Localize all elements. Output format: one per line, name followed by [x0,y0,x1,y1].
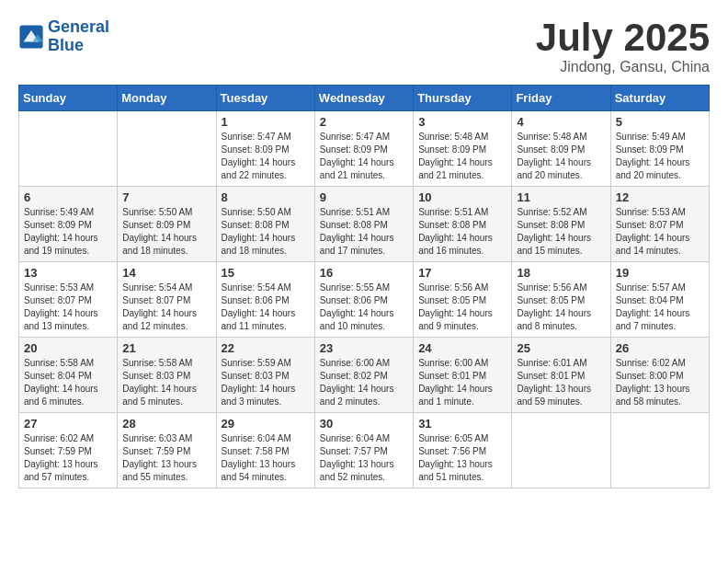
day-number: 3 [418,115,506,129]
calendar-cell: 9Sunrise: 5:51 AM Sunset: 8:08 PM Daylig… [314,187,413,262]
day-number: 19 [616,266,704,280]
day-info: Sunrise: 5:51 AM Sunset: 8:08 PM Dayligh… [320,206,408,258]
day-number: 1 [222,115,310,129]
day-number: 6 [24,190,112,204]
day-number: 25 [517,341,605,355]
day-number: 15 [222,266,310,280]
day-number: 17 [418,266,506,280]
day-number: 24 [418,341,506,355]
day-info: Sunrise: 5:55 AM Sunset: 8:06 PM Dayligh… [320,282,408,333]
day-number: 14 [122,266,210,280]
calendar-cell: 17Sunrise: 5:56 AM Sunset: 8:05 PM Dayli… [414,262,512,338]
day-info: Sunrise: 5:48 AM Sunset: 8:09 PM Dayligh… [418,131,506,182]
calendar-cell: 23Sunrise: 6:00 AM Sunset: 8:02 PM Dayli… [314,338,413,413]
calendar-cell [512,413,610,488]
calendar-cell: 5Sunrise: 5:49 AM Sunset: 8:09 PM Daylig… [610,111,709,187]
day-info: Sunrise: 5:51 AM Sunset: 8:08 PM Dayligh… [418,206,506,258]
month-title: July 2025 [536,18,710,57]
day-info: Sunrise: 6:04 AM Sunset: 7:57 PM Dayligh… [320,432,408,484]
day-number: 10 [418,190,506,204]
day-number: 30 [320,417,408,431]
title-block: July 2025 Jindong, Gansu, China [536,18,710,75]
day-info: Sunrise: 5:58 AM Sunset: 8:04 PM Dayligh… [24,357,112,408]
day-info: Sunrise: 5:54 AM Sunset: 8:06 PM Dayligh… [222,282,310,333]
day-info: Sunrise: 5:57 AM Sunset: 8:04 PM Dayligh… [616,282,704,333]
page-header: General Blue July 2025 Jindong, Gansu, C… [18,18,710,75]
calendar-cell: 13Sunrise: 5:53 AM Sunset: 8:07 PM Dayli… [19,262,118,338]
calendar-cell [118,111,216,187]
day-info: Sunrise: 6:00 AM Sunset: 8:01 PM Dayligh… [418,357,506,408]
calendar-cell: 21Sunrise: 5:58 AM Sunset: 8:03 PM Dayli… [118,338,216,413]
calendar-cell: 28Sunrise: 6:03 AM Sunset: 7:59 PM Dayli… [118,413,216,488]
day-info: Sunrise: 5:53 AM Sunset: 8:07 PM Dayligh… [616,206,704,258]
weekday-header-row: SundayMondayTuesdayWednesdayThursdayFrid… [19,86,710,111]
day-number: 9 [320,190,408,204]
day-number: 12 [616,190,704,204]
day-number: 27 [24,417,112,431]
day-info: Sunrise: 6:00 AM Sunset: 8:02 PM Dayligh… [320,357,408,408]
calendar-cell: 16Sunrise: 5:55 AM Sunset: 8:06 PM Dayli… [314,262,413,338]
calendar-cell: 3Sunrise: 5:48 AM Sunset: 8:09 PM Daylig… [414,111,512,187]
day-info: Sunrise: 5:53 AM Sunset: 8:07 PM Dayligh… [24,282,112,333]
calendar-cell: 6Sunrise: 5:49 AM Sunset: 8:09 PM Daylig… [19,187,118,262]
day-info: Sunrise: 5:56 AM Sunset: 8:05 PM Dayligh… [517,282,605,333]
weekday-header-wednesday: Wednesday [314,86,413,111]
day-info: Sunrise: 6:01 AM Sunset: 8:01 PM Dayligh… [517,357,605,408]
calendar-cell [19,111,118,187]
day-number: 5 [616,115,704,129]
calendar-cell [610,413,709,488]
calendar-cell: 2Sunrise: 5:47 AM Sunset: 8:09 PM Daylig… [314,111,413,187]
day-info: Sunrise: 5:50 AM Sunset: 8:09 PM Dayligh… [122,206,210,258]
day-number: 18 [517,266,605,280]
calendar-cell: 1Sunrise: 5:47 AM Sunset: 8:09 PM Daylig… [216,111,314,187]
calendar-cell: 12Sunrise: 5:53 AM Sunset: 8:07 PM Dayli… [610,187,709,262]
calendar-cell: 20Sunrise: 5:58 AM Sunset: 8:04 PM Dayli… [19,338,118,413]
calendar-week-row: 1Sunrise: 5:47 AM Sunset: 8:09 PM Daylig… [19,111,710,187]
calendar-week-row: 27Sunrise: 6:02 AM Sunset: 7:59 PM Dayli… [19,413,710,488]
day-number: 26 [616,341,704,355]
calendar-cell: 11Sunrise: 5:52 AM Sunset: 8:08 PM Dayli… [512,187,610,262]
logo-blue: Blue [48,36,84,54]
day-number: 11 [517,190,605,204]
day-info: Sunrise: 5:50 AM Sunset: 8:08 PM Dayligh… [222,206,310,258]
weekday-header-saturday: Saturday [610,86,709,111]
day-info: Sunrise: 5:59 AM Sunset: 8:03 PM Dayligh… [222,357,310,408]
day-info: Sunrise: 6:03 AM Sunset: 7:59 PM Dayligh… [122,432,210,484]
weekday-header-thursday: Thursday [414,86,512,111]
day-number: 13 [24,266,112,280]
calendar-cell: 26Sunrise: 6:02 AM Sunset: 8:00 PM Dayli… [610,338,709,413]
calendar-cell: 25Sunrise: 6:01 AM Sunset: 8:01 PM Dayli… [512,338,610,413]
weekday-header-monday: Monday [118,86,216,111]
calendar-cell: 7Sunrise: 5:50 AM Sunset: 8:09 PM Daylig… [118,187,216,262]
calendar-table: SundayMondayTuesdayWednesdayThursdayFrid… [18,85,710,488]
calendar-cell: 14Sunrise: 5:54 AM Sunset: 8:07 PM Dayli… [118,262,216,338]
calendar-cell: 19Sunrise: 5:57 AM Sunset: 8:04 PM Dayli… [610,262,709,338]
calendar-cell: 8Sunrise: 5:50 AM Sunset: 8:08 PM Daylig… [216,187,314,262]
calendar-cell: 29Sunrise: 6:04 AM Sunset: 7:58 PM Dayli… [216,413,314,488]
logo-icon [18,24,44,50]
day-info: Sunrise: 6:05 AM Sunset: 7:56 PM Dayligh… [418,432,506,484]
day-number: 31 [418,417,506,431]
calendar-cell: 4Sunrise: 5:48 AM Sunset: 8:09 PM Daylig… [512,111,610,187]
day-number: 7 [122,190,210,204]
weekday-header-sunday: Sunday [19,86,118,111]
logo-general: General [48,17,109,36]
calendar-week-row: 13Sunrise: 5:53 AM Sunset: 8:07 PM Dayli… [19,262,710,338]
day-number: 28 [122,417,210,431]
calendar-cell: 30Sunrise: 6:04 AM Sunset: 7:57 PM Dayli… [314,413,413,488]
day-number: 4 [517,115,605,129]
day-info: Sunrise: 6:04 AM Sunset: 7:58 PM Dayligh… [222,432,310,484]
day-number: 21 [122,341,210,355]
calendar-week-row: 6Sunrise: 5:49 AM Sunset: 8:09 PM Daylig… [19,187,710,262]
day-info: Sunrise: 5:49 AM Sunset: 8:09 PM Dayligh… [24,206,112,258]
weekday-header-friday: Friday [512,86,610,111]
logo: General Blue [18,18,109,55]
day-info: Sunrise: 5:54 AM Sunset: 8:07 PM Dayligh… [122,282,210,333]
day-number: 22 [222,341,310,355]
day-info: Sunrise: 5:48 AM Sunset: 8:09 PM Dayligh… [517,131,605,182]
calendar-cell: 31Sunrise: 6:05 AM Sunset: 7:56 PM Dayli… [414,413,512,488]
day-info: Sunrise: 5:47 AM Sunset: 8:09 PM Dayligh… [320,131,408,182]
calendar-cell: 15Sunrise: 5:54 AM Sunset: 8:06 PM Dayli… [216,262,314,338]
calendar-cell: 27Sunrise: 6:02 AM Sunset: 7:59 PM Dayli… [19,413,118,488]
day-number: 8 [222,190,310,204]
